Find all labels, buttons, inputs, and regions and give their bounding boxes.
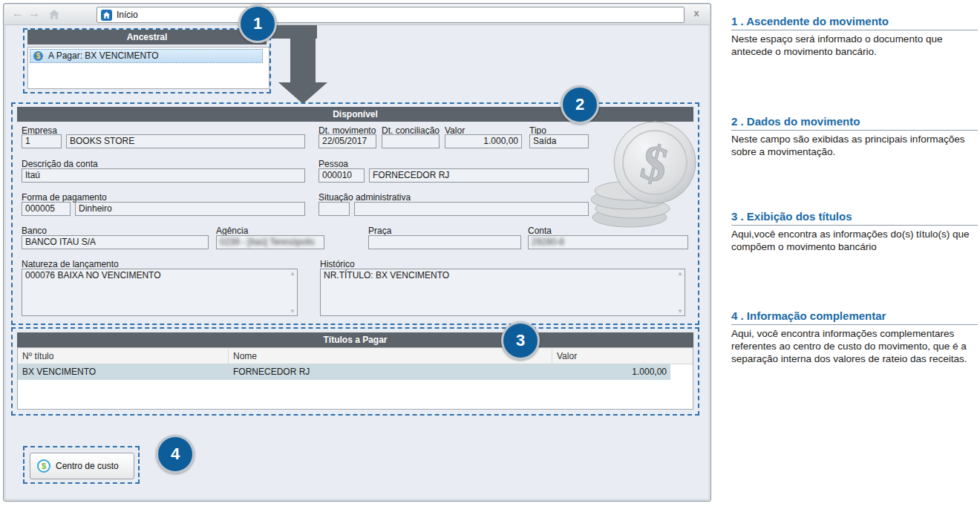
agencia-field[interactable]: 0239 - [Itaú] Teresópolis [216,235,324,249]
tab-label: Início [117,10,138,20]
natureza-textarea[interactable]: 000076 BAIXA NO VENCIMENTO ▲ ▼ [22,269,298,316]
agencia-label: Agência [216,226,248,236]
empresa-name-field[interactable]: BOOKS STORE [66,134,305,148]
home-icon-disabled[interactable] [48,8,61,22]
note-1-body: Neste espaço será informado o documento … [731,33,978,59]
note-4-title: 4 . Informação complementar [731,309,978,325]
forma-pagamento-code-field[interactable]: 000005 [22,202,71,216]
column-numero-titulo[interactable]: Nº título [18,348,229,364]
ancestral-list-item[interactable]: $ A Pagar: BX VENCIMENTO [30,49,263,63]
note-3-title: 3 . Exibição dos títulos [731,210,978,226]
empresa-code-field[interactable]: 1 [22,134,62,148]
column-valor[interactable]: Valor [552,348,693,364]
location-tab[interactable]: Início [97,7,685,23]
row-valor: 1.000,00 [552,364,667,380]
table-row[interactable]: BX VENCIMENTO FORNECEDOR RJ 1.000,00 [18,364,670,380]
money-icon: $ [33,51,43,61]
ancestral-item-label: A Pagar: BX VENCIMENTO [48,50,159,61]
historico-value: NR.TÍTULO: BX VENCIMENTO [324,270,449,280]
banco-field[interactable]: BANCO ITAU S/A [22,235,209,249]
historico-textarea[interactable]: NR.TÍTULO: BX VENCIMENTO ▲ ▼ [320,269,685,316]
scroll-down-icon[interactable]: ▼ [677,308,683,315]
titulos-table-header: Nº título Nome Valor [18,348,693,364]
dollar-circle-icon: $ [37,459,50,473]
agencia-redacted-value: 0239 - [Itaú] Teresópolis [220,237,315,247]
praca-field[interactable] [368,235,521,249]
titulos-callout-frame: Títulos a Pagar Nº título Nome Valor BX … [11,327,699,416]
ancestral-callout-frame: Ancestral $ A Pagar: BX VENCIMENTO [23,28,271,93]
historico-label: Histórico [320,259,355,269]
back-arrow-icon[interactable]: ← [12,7,24,20]
valor-field[interactable]: 1.000,00 [445,134,522,148]
natureza-value: 000076 BAIXA NO VENCIMENTO [25,270,161,280]
conta-redacted-value: 29280-8 [532,237,564,247]
flow-arrow-head [278,82,327,104]
pessoa-name-field[interactable]: FORNECEDOR RJ [369,168,589,183]
note-3-body: Aqui,você encontra as informações do(s) … [731,229,978,254]
descricao-conta-field[interactable]: Itaú [22,168,305,183]
badge-1: 1 [238,4,277,43]
praca-label: Praça [368,226,391,236]
titulos-table: Nº título Nome Valor BX VENCIMENTO FORNE… [17,347,693,410]
note-4-body: Aqui, você encontra informações compleme… [731,328,978,366]
descricao-conta-label: Descrição da conta [22,159,98,169]
note-2-body: Neste campo são exibidas as principais i… [731,134,978,159]
dt-conciliacao-field[interactable] [382,134,440,148]
forma-pagamento-label: Forma de pagamento [22,192,107,203]
forma-pagamento-name-field[interactable]: Dinheiro [75,202,305,216]
centro-de-custo-label: Centro de custo [56,461,119,471]
tipo-field[interactable]: Saída [529,134,589,148]
home-icon [101,10,112,21]
toolbar: ← → Início x [4,4,710,25]
scroll-up-icon[interactable]: ▲ [677,270,683,277]
badge-4: 4 [156,435,195,473]
badge-2: 2 [561,85,599,124]
situacao-administrativa-label: Situação administrativa [318,192,411,203]
dt-movimento-field[interactable]: 22/05/2017 [318,134,376,148]
row-numero-titulo: BX VENCIMENTO [22,364,223,380]
note-dados: 2 . Dados do movimento Neste campo são e… [731,115,978,159]
flow-arrow-shaft [290,25,316,84]
coin-stack-image: $ [591,119,696,229]
conta-field[interactable]: 29280-8 [528,235,688,249]
ancestral-list: $ A Pagar: BX VENCIMENTO [27,47,270,89]
note-exibicao: 3 . Exibição dos títulos Aqui,você encon… [731,210,978,254]
centro-custo-callout-frame: $ Centro de custo [23,446,140,484]
banco-label: Banco [22,226,47,236]
conta-label: Conta [528,226,552,236]
centro-de-custo-button[interactable]: $ Centro de custo [30,453,134,479]
pessoa-label: Pessoa [318,159,348,169]
situacao-name-field[interactable] [354,202,589,216]
titulos-header: Títulos a Pagar [17,332,693,347]
close-icon[interactable]: x [689,6,704,21]
note-2-title: 2 . Dados do movimento [731,115,978,131]
row-nome: FORNECEDOR RJ [233,364,545,380]
note-ascendente: 1 . Ascendente do movimento Neste espaço… [731,15,978,59]
note-1-title: 1 . Ascendente do movimento [731,15,978,30]
disponivel-callout-frame: Disponível Empresa 1 BOOKS STORE Dt. mov… [11,102,699,325]
natureza-label: Natureza de lançamento [22,259,119,269]
ancestral-header: Ancestral [27,30,267,45]
forward-arrow-icon[interactable]: → [28,7,40,20]
scroll-up-icon[interactable]: ▲ [290,270,295,277]
note-complementar: 4 . Informação complementar Aqui, você e… [731,309,978,366]
situacao-code-field[interactable] [318,202,350,216]
pessoa-code-field[interactable]: 000010 [318,168,365,183]
app-window: ← → Início x Ancestral $ A Pagar: BX VEN… [3,3,711,502]
badge-3: 3 [501,321,540,360]
scroll-down-icon[interactable]: ▼ [290,308,295,315]
